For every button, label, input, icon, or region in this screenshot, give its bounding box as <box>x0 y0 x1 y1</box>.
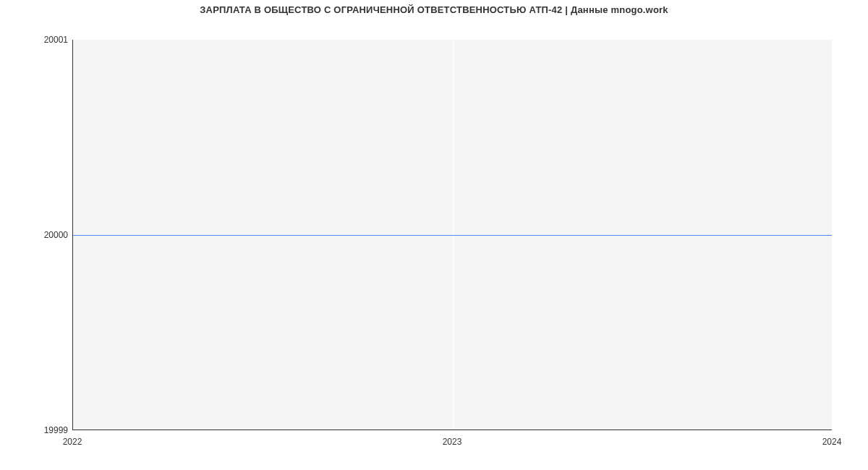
x-tick-label: 2023 <box>443 437 462 447</box>
y-tick-label: 20000 <box>3 230 68 240</box>
plot-area <box>72 40 832 430</box>
y-tick-label: 19999 <box>3 425 68 435</box>
chart-title: ЗАРПЛАТА В ОБЩЕСТВО С ОГРАНИЧЕННОЙ ОТВЕТ… <box>0 4 868 15</box>
series-line-salary <box>73 235 832 236</box>
y-tick-label: 20001 <box>3 35 68 45</box>
x-tick-label: 2022 <box>63 437 82 447</box>
salary-line-chart: ЗАРПЛАТА В ОБЩЕСТВО С ОГРАНИЧЕННОЙ ОТВЕТ… <box>0 0 868 470</box>
gridline-vertical <box>832 40 833 430</box>
x-tick-label: 2024 <box>822 437 842 447</box>
